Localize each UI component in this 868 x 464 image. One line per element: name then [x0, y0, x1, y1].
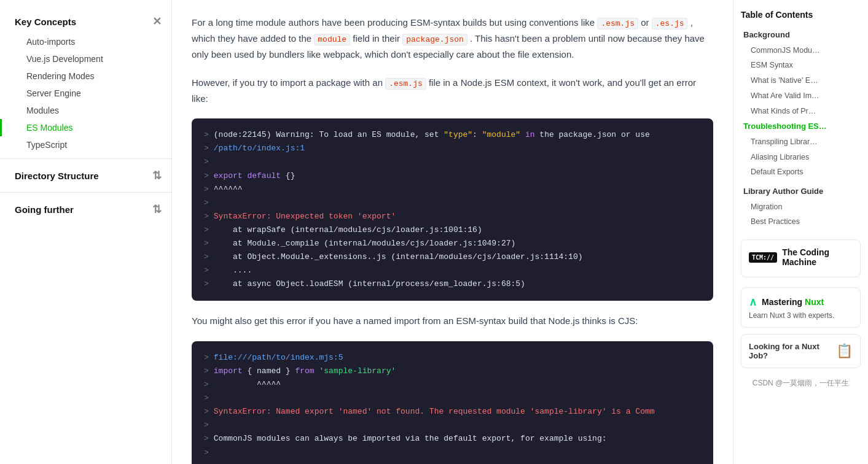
toc-item-troubleshooting-es-[interactable]: Troubleshooting ES…: [741, 118, 861, 134]
code-block-1: > (node:22145) Warning: To load an ES mo…: [192, 118, 713, 301]
prompt: >: [204, 432, 209, 446]
prompt: >: [204, 264, 209, 277]
code-text: import { named } from 'sample-library': [214, 365, 396, 378]
directory-structure-chevron: ⇅: [152, 169, 162, 182]
sidebar: Key Concepts ✕ Auto-importsVue.js Develo…: [0, 0, 172, 464]
prompt: >: [204, 405, 209, 419]
prompt: >: [204, 210, 209, 223]
prompt: >: [204, 223, 209, 237]
code-esm-js-2: .esm.js: [385, 78, 426, 90]
toc-item-esm-syntax[interactable]: ESM Syntax: [741, 58, 861, 73]
code-module: module: [314, 34, 350, 45]
directory-structure-label: Directory Structure: [15, 171, 99, 181]
nuxt-promo-box[interactable]: ∧ Mastering Nuxt Learn Nuxt 3 with exper…: [741, 287, 861, 328]
prompt: >: [204, 142, 209, 155]
code-text: export default {}: [214, 169, 295, 183]
toc-item-migration[interactable]: Migration: [741, 199, 861, 215]
sidebar-divider-1: [0, 158, 171, 159]
toc-item-transpiling-librar-[interactable]: Transpiling Librar…: [741, 134, 861, 150]
directory-structure-section[interactable]: Directory Structure ⇅: [0, 164, 171, 187]
toc-item-what-are-valid-im-[interactable]: What Are Valid Im…: [741, 88, 861, 104]
going-further-label: Going further: [15, 204, 74, 215]
toc-item-best-practices[interactable]: Best Practices: [741, 214, 861, 230]
sidebar-item-server-engine[interactable]: Server Engine: [0, 85, 171, 102]
tcm-title-text: The Coding Machine: [782, 247, 853, 267]
job-box[interactable]: Looking for a Nuxt Job? 📋: [741, 334, 861, 368]
code-text: file:///path/to/index.mjs:5: [214, 351, 343, 365]
code-text: ^^^^^: [214, 378, 281, 392]
code-line: >: [204, 392, 701, 405]
code-text: CommonJS modules can always be imported …: [214, 432, 607, 446]
prompt: >: [204, 196, 209, 210]
sidebar-item-vue.js-development[interactable]: Vue.js Development: [0, 50, 171, 68]
prompt: >: [204, 446, 209, 460]
tcm-promo-title: TCM:// The Coding Machine: [749, 247, 853, 267]
sidebar-divider-2: [0, 192, 171, 193]
nuxt-promo-title: ∧ Mastering Nuxt: [749, 295, 853, 309]
code-text: ^^^^^^: [214, 183, 243, 196]
code-line: > (node:22145) Warning: To load an ES mo…: [204, 128, 701, 142]
content-para3: You might also get this error if you hav…: [192, 313, 713, 329]
job-icon: 📋: [836, 343, 853, 359]
toc-item-what-kinds-of-pr-[interactable]: What Kinds of Pr…: [741, 104, 861, 119]
prompt: >: [204, 378, 209, 392]
code-text: SyntaxError: Unexpected token 'export': [214, 210, 396, 223]
toc-item-background[interactable]: Background: [741, 27, 861, 43]
main-content: For a long time module authors have been…: [172, 0, 733, 464]
prompt: >: [204, 419, 209, 432]
code-line: > import { named } from 'sample-library': [204, 365, 701, 378]
prompt: >: [204, 169, 209, 183]
sidebar-item-rendering-modes[interactable]: Rendering Modes: [0, 68, 171, 85]
sidebar-item-modules[interactable]: Modules: [0, 102, 171, 119]
code-line: >: [204, 155, 701, 169]
toc-title: Table of Contents: [741, 10, 861, 20]
toc-item-aliasing-libraries[interactable]: Aliasing Libraries: [741, 150, 861, 165]
code-line: > ....: [204, 264, 701, 277]
sidebar-item-es-modules[interactable]: ES Modules: [0, 119, 171, 136]
content-para1: For a long time module authors have been…: [192, 15, 713, 63]
code-line: > at Object.Module._extensions..js (inte…: [204, 250, 701, 264]
code-line: > /path/to/index.js:1: [204, 142, 701, 155]
toc-item-default-exports[interactable]: Default Exports: [741, 164, 861, 180]
code-line: > export default {}: [204, 169, 701, 183]
code-text: /path/to/index.js:1: [214, 142, 305, 155]
prompt: >: [204, 351, 209, 365]
code-line: > at async Object.loadESM (internal/proc…: [204, 277, 701, 291]
code-text: SyntaxError: Named export 'named' not fo…: [214, 405, 655, 419]
going-further-section[interactable]: Going further ⇅: [0, 198, 171, 221]
tcm-promo-box[interactable]: TCM:// The Coding Machine: [741, 239, 861, 277]
table-of-contents: Table of Contents BackgroundCommonJS Mod…: [733, 0, 868, 464]
code-line: > at wrapSafe (internal/modules/cjs/load…: [204, 223, 701, 237]
prompt: >: [204, 155, 209, 169]
toc-item-what-is-'native'-e-[interactable]: What is 'Native' E…: [741, 73, 861, 88]
sidebar-item-auto-imports[interactable]: Auto-imports: [0, 33, 171, 50]
tcm-logo: TCM://: [749, 252, 777, 263]
code-package-json: package.json: [402, 34, 467, 45]
going-further-chevron: ⇅: [152, 203, 162, 216]
code-line: >: [204, 419, 701, 432]
code-line: >: [204, 196, 701, 210]
code-text: at Module._compile (internal/modules/cjs…: [214, 237, 515, 250]
sidebar-item-typescript[interactable]: TypeScript: [0, 136, 171, 153]
code-line: > at Module._compile (internal/modules/c…: [204, 237, 701, 250]
prompt: >: [204, 277, 209, 291]
nuxt-promo-sub: Learn Nuxt 3 with experts.: [749, 311, 853, 320]
job-label: Looking for a Nuxt Job?: [749, 342, 836, 360]
key-concepts-section[interactable]: Key Concepts ✕: [0, 10, 171, 33]
code-line: > SyntaxError: Named export 'named' not …: [204, 405, 701, 419]
code-line: > ^^^^^^: [204, 183, 701, 196]
toc-item-commonjs-modu-[interactable]: CommonJS Modu…: [741, 43, 861, 58]
code-text: at wrapSafe (internal/modules/cjs/loader…: [214, 223, 482, 237]
code-line: > ^^^^^: [204, 378, 701, 392]
toc-item-library-author-guide[interactable]: Library Author Guide: [741, 184, 861, 199]
prompt: >: [204, 237, 209, 250]
code-esm-js: .esm.js: [597, 18, 638, 29]
prompt: >: [204, 250, 209, 264]
code-text: (node:22145) Warning: To load an ES modu…: [214, 128, 650, 142]
sidebar-nav-list: Auto-importsVue.js DevelopmentRendering …: [0, 33, 171, 153]
code-block-2: > file:///path/to/index.mjs:5 > import {…: [192, 341, 713, 464]
code-text: ....: [214, 264, 252, 277]
content-para2: However, if you try to import a package …: [192, 75, 713, 107]
nuxt-logo-icon: ∧: [749, 295, 757, 309]
nuxt-promo-text: Mastering Nuxt: [762, 297, 824, 307]
